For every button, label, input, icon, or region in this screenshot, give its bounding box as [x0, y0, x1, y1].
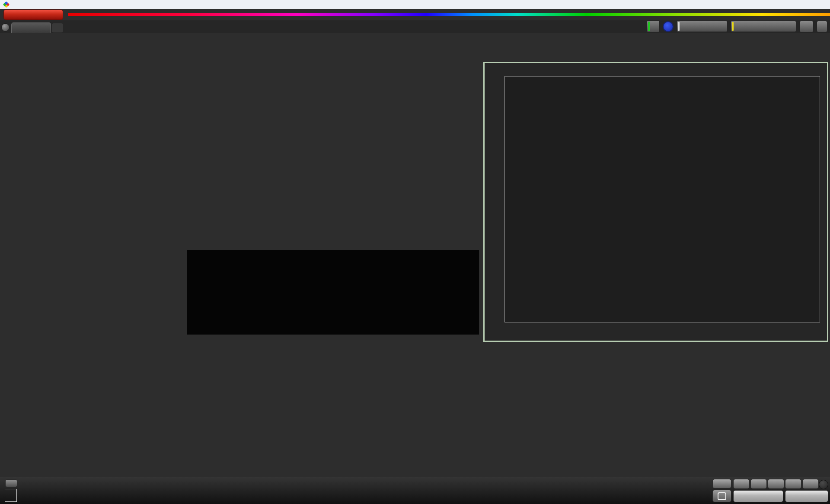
- delta-l-chart: [198, 77, 275, 250]
- minimize-button[interactable]: [773, 0, 792, 9]
- patch-toggle-icon: [718, 492, 726, 500]
- settings-button[interactable]: [799, 21, 814, 32]
- collapse-panel-button[interactable]: [817, 21, 827, 32]
- single-measure-button[interactable]: [768, 479, 784, 489]
- expand-patches-button[interactable]: [5, 479, 17, 487]
- tab-scroll-button[interactable]: [1, 23, 10, 32]
- rgb-balance-chart: [200, 358, 303, 457]
- display-control-dropdown[interactable]: [731, 21, 796, 32]
- calman-menu-button[interactable]: [3, 10, 63, 20]
- loop-button[interactable]: [802, 479, 819, 489]
- deltae2000-chart: [20, 109, 177, 328]
- back-button[interactable]: [733, 490, 783, 502]
- display-status-stripe: [732, 22, 734, 31]
- source-dropdown[interactable]: [677, 21, 728, 32]
- tab-bar: [0, 20, 830, 33]
- rainbow-accent-bar: [68, 13, 830, 16]
- patch-toggle-button[interactable]: [712, 490, 731, 502]
- bottom-bar: [0, 477, 830, 504]
- source-status-stripe: [678, 22, 680, 31]
- maximize-button[interactable]: [792, 0, 811, 9]
- next-button[interactable]: [785, 490, 828, 502]
- cie-chromaticity-plot: [504, 76, 820, 322]
- expand-transport-button[interactable]: [712, 479, 731, 488]
- add-tab-button[interactable]: [52, 23, 63, 32]
- play-button[interactable]: [750, 479, 767, 489]
- close-button[interactable]: [811, 0, 830, 9]
- transport-controls: [710, 479, 829, 503]
- logo-row: [0, 9, 830, 20]
- actual-target-strip: [187, 250, 479, 335]
- stop-button[interactable]: [733, 479, 750, 489]
- title-bar: [0, 0, 830, 9]
- calman-window: [0, 0, 830, 504]
- current-patch-swatch[interactable]: [5, 489, 17, 502]
- delta-h-chart: [394, 77, 471, 250]
- cie-1931-panel: [483, 62, 828, 342]
- patch-window-control: [3, 479, 19, 502]
- meter-controls: [647, 20, 827, 32]
- device-status-stripe: [648, 22, 650, 31]
- app-icon: [3, 1, 10, 8]
- tab-history-1[interactable]: [11, 22, 51, 33]
- continuous-measure-button[interactable]: [785, 479, 801, 489]
- meter-device-dropdown[interactable]: [647, 20, 660, 32]
- exposure-badge[interactable]: [663, 21, 674, 32]
- delta-c-chart: [297, 77, 374, 250]
- status-led: [819, 480, 828, 489]
